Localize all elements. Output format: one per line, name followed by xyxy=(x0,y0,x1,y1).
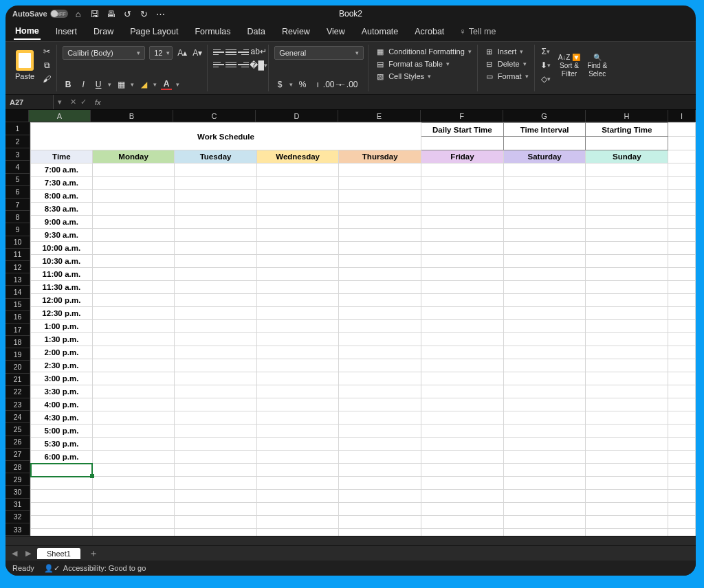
cell-r2-c7[interactable] xyxy=(586,137,668,150)
cell-r17-c8[interactable] xyxy=(668,333,696,346)
cell-r4-c6[interactable] xyxy=(503,163,586,177)
cell-r10-c1[interactable] xyxy=(92,242,174,255)
cell-r30-c0[interactable] xyxy=(31,503,93,516)
cell-r5-c1[interactable] xyxy=(92,177,174,190)
increase-font-icon[interactable]: A▴ xyxy=(177,47,188,58)
cell-r13-c7[interactable] xyxy=(586,281,668,294)
row-header-18[interactable]: 18 xyxy=(6,336,30,348)
cell-r8-c5[interactable] xyxy=(421,216,503,229)
italic-icon[interactable]: I xyxy=(78,79,89,90)
cell-r7-c3[interactable] xyxy=(256,203,339,216)
cell-r5-c6[interactable] xyxy=(503,177,586,190)
cell-r23-c4[interactable] xyxy=(339,411,421,425)
cell-r19-c8[interactable] xyxy=(668,359,696,372)
row-header-8[interactable]: 8 xyxy=(6,211,30,223)
row-header-16[interactable]: 16 xyxy=(6,311,30,324)
cell-r18-c1[interactable] xyxy=(92,346,174,359)
cell-r25-c7[interactable] xyxy=(586,438,668,451)
cell-r26-c1[interactable] xyxy=(92,451,174,464)
cell-r22-c0[interactable]: 4:00 p.m. xyxy=(31,398,93,411)
cell-r26-c7[interactable] xyxy=(586,451,668,464)
cell-r17-c3[interactable] xyxy=(256,333,339,346)
cell-r22-c4[interactable] xyxy=(339,398,421,411)
cell-r7-c7[interactable] xyxy=(586,203,668,216)
cell-r4-c2[interactable] xyxy=(175,163,257,177)
row-header-3[interactable]: 3 xyxy=(6,148,30,161)
cell-r9-c2[interactable] xyxy=(175,229,257,242)
cell-r20-c3[interactable] xyxy=(256,372,339,385)
column-header-D[interactable]: D xyxy=(256,110,338,122)
cell-r7-c1[interactable] xyxy=(92,203,174,216)
cell-r8-c4[interactable] xyxy=(339,216,421,229)
cell-r27-c6[interactable] xyxy=(503,464,586,477)
row-header-7[interactable]: 7 xyxy=(6,199,30,211)
column-header-A[interactable]: A xyxy=(29,110,91,122)
cell-r4-c3[interactable] xyxy=(256,163,339,177)
alignment-grid[interactable] xyxy=(213,47,249,70)
cell-r15-c2[interactable] xyxy=(175,307,257,320)
row-header-4[interactable]: 4 xyxy=(6,161,30,173)
cell-r15-c7[interactable] xyxy=(586,307,668,320)
cell-r17-c7[interactable] xyxy=(586,333,668,346)
font-color-icon[interactable]: A xyxy=(161,79,172,90)
cell-r4-c8[interactable] xyxy=(668,163,696,177)
cell-r30-c7[interactable] xyxy=(586,503,668,516)
row-header-20[interactable]: 20 xyxy=(6,361,30,373)
cell-r26-c3[interactable] xyxy=(256,451,339,464)
row-header-15[interactable]: 15 xyxy=(6,299,30,311)
cell-r22-c3[interactable] xyxy=(256,398,339,411)
more-icon[interactable]: ⋯ xyxy=(156,9,166,19)
cell-r14-c2[interactable] xyxy=(175,294,257,307)
tab-automate[interactable]: Automate xyxy=(360,24,400,39)
cell-r13-c1[interactable] xyxy=(92,281,174,294)
cell-r31-c1[interactable] xyxy=(92,516,174,529)
cell-r14-c8[interactable] xyxy=(668,294,696,307)
column-header-G[interactable]: G xyxy=(503,110,586,122)
cell-r26-c2[interactable] xyxy=(175,451,257,464)
cell-r23-c3[interactable] xyxy=(256,411,339,425)
cell-r27-c2[interactable] xyxy=(175,464,257,477)
format-as-table-button[interactable]: ▤Format as Table ▾ xyxy=(374,58,473,69)
cell-r12-c0[interactable]: 11:00 a.m. xyxy=(31,268,93,281)
cell-r23-c1[interactable] xyxy=(92,411,174,425)
cell-r16-c4[interactable] xyxy=(339,320,421,333)
cell-r25-c0[interactable]: 5:30 p.m. xyxy=(31,438,93,451)
cell-r4-c5[interactable] xyxy=(421,163,503,177)
cell-r25-c5[interactable] xyxy=(421,438,503,451)
cell-r21-c1[interactable] xyxy=(92,385,174,398)
cell-r24-c5[interactable] xyxy=(421,425,503,438)
name-box-chevron-icon[interactable]: ▾ xyxy=(54,98,66,106)
cell-r18-c6[interactable] xyxy=(503,346,586,359)
cell-r7-c0[interactable]: 8:30 a.m. xyxy=(31,203,93,216)
cell-r28-c3[interactable] xyxy=(256,477,339,490)
cell-r30-c4[interactable] xyxy=(339,503,421,516)
cell-r23-c0[interactable]: 4:30 p.m. xyxy=(31,411,93,425)
print-icon[interactable]: 🖶 xyxy=(107,9,116,19)
percent-icon[interactable]: % xyxy=(297,79,308,90)
tab-home[interactable]: Home xyxy=(14,23,41,40)
row-header-29[interactable]: 29 xyxy=(6,473,30,486)
insert-cells-button[interactable]: ⊞Insert ▾ xyxy=(483,46,530,57)
column-header-F[interactable]: F xyxy=(421,110,503,122)
cell-r13-c3[interactable] xyxy=(256,281,339,294)
cell-r32-c0[interactable] xyxy=(31,529,93,536)
fill-icon[interactable]: ⬇ ▾ xyxy=(540,60,551,71)
cell-r28-c4[interactable] xyxy=(339,477,421,490)
sort-filter-button[interactable]: A↓Z 🔽 Sort & Filter xyxy=(558,54,581,78)
merge-icon[interactable]: �█ ▾ xyxy=(253,60,264,71)
cell-r28-c7[interactable] xyxy=(586,477,668,490)
cell-r31-c0[interactable] xyxy=(31,516,93,529)
cell-r16-c2[interactable] xyxy=(175,320,257,333)
cell-r6-c6[interactable] xyxy=(503,190,586,203)
cell-r24-c7[interactable] xyxy=(586,425,668,438)
cell-r28-c1[interactable] xyxy=(92,477,174,490)
cell-r28-c2[interactable] xyxy=(175,477,257,490)
cell-r13-c8[interactable] xyxy=(668,281,696,294)
cell-r11-c8[interactable] xyxy=(668,255,696,268)
cell-r25-c8[interactable] xyxy=(668,438,696,451)
save-icon[interactable]: 🖫 xyxy=(90,9,100,19)
cell-r12-c4[interactable] xyxy=(339,268,421,281)
cell-r8-c0[interactable]: 9:00 a.m. xyxy=(31,216,93,229)
tab-formulas[interactable]: Formulas xyxy=(193,24,232,39)
undo-icon[interactable]: ↺ xyxy=(123,9,133,19)
